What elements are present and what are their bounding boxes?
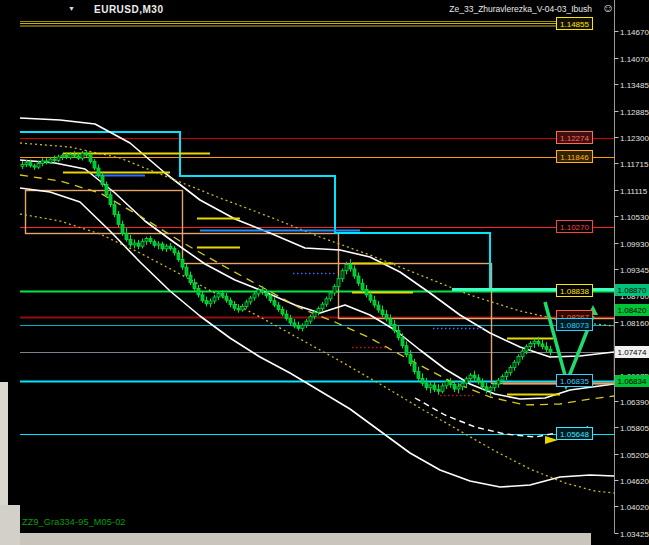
candlestick: [157, 244, 160, 245]
axis-tick-label: 1.11715: [620, 160, 649, 169]
price-level-label-text: 1.08073: [560, 321, 589, 330]
candlestick: [317, 309, 320, 313]
candlestick: [25, 163, 28, 165]
window-frame-bottom: [0, 533, 591, 545]
candlestick: [441, 386, 444, 391]
candlestick: [457, 387, 460, 389]
candlestick: [193, 283, 196, 289]
candlestick: [29, 163, 32, 166]
candlestick: [245, 302, 248, 306]
candlestick: [121, 224, 124, 233]
candlestick: [481, 382, 484, 387]
axis-tick-label: 1.11115: [620, 187, 648, 196]
candlestick: [437, 389, 440, 391]
candlestick: [21, 164, 24, 166]
candlestick: [133, 243, 136, 245]
candlestick: [153, 242, 156, 246]
candlestick: [309, 317, 312, 321]
axis-tick-label: 1.09345: [620, 266, 649, 275]
candlestick: [241, 306, 244, 310]
price-level-label-text: 1.11846: [560, 153, 589, 162]
axis-tick-label: 1.14670: [620, 28, 649, 37]
axis-tick-label: 1.10530: [620, 213, 649, 222]
candlestick: [69, 155, 72, 158]
candlestick: [285, 314, 288, 318]
axis-tick-label: 1.14070: [620, 55, 649, 64]
candlestick: [401, 338, 404, 346]
candlestick: [173, 248, 176, 252]
candlestick: [301, 325, 304, 328]
env-lower-yellow-dotted: [20, 214, 614, 493]
candlestick: [101, 176, 104, 185]
candlestick: [117, 214, 120, 224]
price-chart: 1.148551.122741.118461.102701.088381.082…: [0, 0, 649, 545]
axis-price-badge-text: 1.06834: [618, 377, 647, 386]
candlestick: [225, 296, 228, 300]
candlestick: [237, 308, 240, 310]
axis-tick-label: 1.08160: [620, 319, 649, 328]
candlestick: [393, 324, 396, 330]
axis-tick-label: 1.09930: [620, 240, 649, 249]
candlestick: [501, 377, 504, 381]
axis-tick-label: 1.06390: [620, 398, 649, 407]
candlestick: [341, 271, 344, 279]
window-frame-corner: [0, 505, 20, 545]
window-menu-arrow-icon[interactable]: ▼: [68, 5, 75, 12]
candlestick: [37, 164, 40, 168]
price-level-label-text: 1.12274: [560, 134, 589, 143]
candlestick: [545, 347, 548, 350]
candlestick: [205, 301, 208, 304]
candlestick: [469, 375, 472, 379]
candlestick: [365, 289, 368, 294]
candlestick: [421, 378, 424, 383]
price-level-label-text: 1.08838: [560, 287, 589, 296]
candlestick: [489, 388, 492, 391]
candlestick: [529, 343, 532, 346]
axis-price-badge-text: 1.07474: [618, 348, 647, 357]
candlestick: [269, 296, 272, 301]
axis-tick-label: 1.04020: [620, 503, 649, 512]
candlestick: [277, 305, 280, 309]
candlestick: [357, 276, 360, 283]
axis-tick-label: 1.03425: [620, 530, 649, 539]
candlestick: [381, 310, 384, 314]
axis-tick-label: 1.05205: [620, 451, 649, 460]
candlestick: [549, 349, 552, 352]
candlestick: [217, 293, 220, 297]
candlestick: [533, 341, 536, 343]
symbol-period-title: EURUSD,M30: [94, 4, 163, 15]
axis-tick-label: 1.12885: [620, 108, 649, 117]
candlestick: [477, 378, 480, 382]
candlestick: [433, 385, 436, 389]
candlestick: [85, 153, 88, 155]
candlestick: [509, 368, 512, 373]
axis-tick-label: 1.12300: [620, 134, 649, 143]
candlestick: [353, 269, 356, 276]
candlestick: [137, 243, 140, 246]
candlestick: [89, 155, 92, 161]
candlestick: [201, 295, 204, 301]
candlestick: [293, 323, 296, 326]
candlestick: [165, 246, 168, 249]
candlestick: [349, 264, 352, 268]
candlestick: [149, 239, 152, 242]
candlestick: [265, 292, 268, 296]
candlestick: [177, 253, 180, 260]
price-level-label-text: 1.06835: [560, 377, 589, 386]
candlestick: [253, 294, 256, 298]
candlestick: [93, 161, 96, 168]
candlestick: [333, 286, 336, 293]
candlestick: [429, 385, 432, 388]
candlestick: [417, 372, 420, 379]
smiley-icon: ☺: [602, 1, 614, 15]
candlestick: [53, 159, 56, 160]
candlestick: [525, 347, 528, 351]
candlestick: [185, 267, 188, 275]
candlestick: [49, 159, 52, 162]
price-level-label-text: 1.14855: [560, 20, 589, 29]
candlestick: [497, 380, 500, 384]
candlestick: [517, 356, 520, 362]
candlestick: [397, 331, 400, 338]
candlestick: [337, 279, 340, 287]
candlestick: [161, 244, 164, 249]
